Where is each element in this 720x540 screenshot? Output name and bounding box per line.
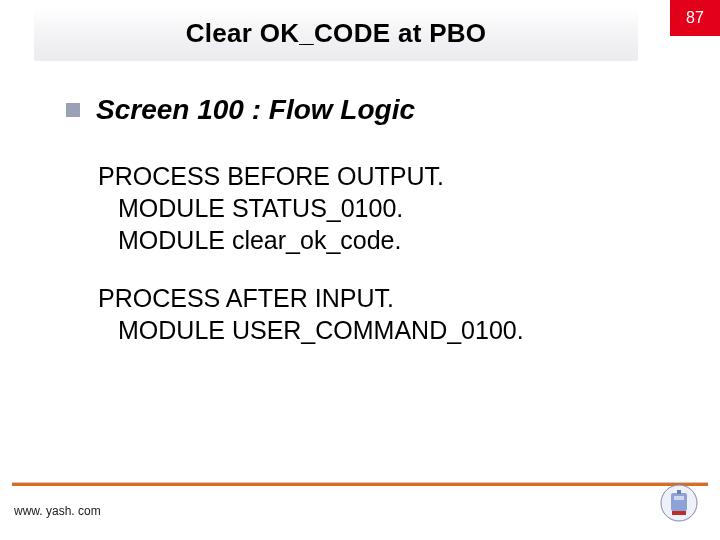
- company-logo-icon: [660, 484, 698, 526]
- svg-rect-1: [671, 493, 687, 511]
- footer-divider: [12, 483, 708, 486]
- svg-rect-3: [672, 511, 686, 515]
- code-line: MODULE USER_COMMAND_0100.: [98, 314, 524, 346]
- code-line: MODULE STATUS_0100.: [98, 192, 524, 224]
- svg-rect-4: [677, 490, 681, 494]
- svg-rect-2: [674, 496, 684, 500]
- page-number: 87: [686, 9, 704, 27]
- page-number-badge: 87: [670, 0, 720, 36]
- subtitle: Screen 100 : Flow Logic: [96, 94, 415, 126]
- code-line: PROCESS BEFORE OUTPUT.: [98, 160, 524, 192]
- footer-url: www. yash. com: [14, 504, 101, 518]
- code-line: MODULE clear_ok_code.: [98, 224, 524, 256]
- blank-line: [98, 256, 524, 282]
- flow-logic-code: PROCESS BEFORE OUTPUT. MODULE STATUS_010…: [98, 160, 524, 346]
- subtitle-row: Screen 100 : Flow Logic: [66, 94, 415, 126]
- slide: 87 Clear OK_CODE at PBO Screen 100 : Flo…: [0, 0, 720, 540]
- bullet-square-icon: [66, 103, 80, 117]
- slide-title: Clear OK_CODE at PBO: [34, 18, 638, 49]
- title-box: Clear OK_CODE at PBO: [34, 8, 638, 61]
- code-line: PROCESS AFTER INPUT.: [98, 282, 524, 314]
